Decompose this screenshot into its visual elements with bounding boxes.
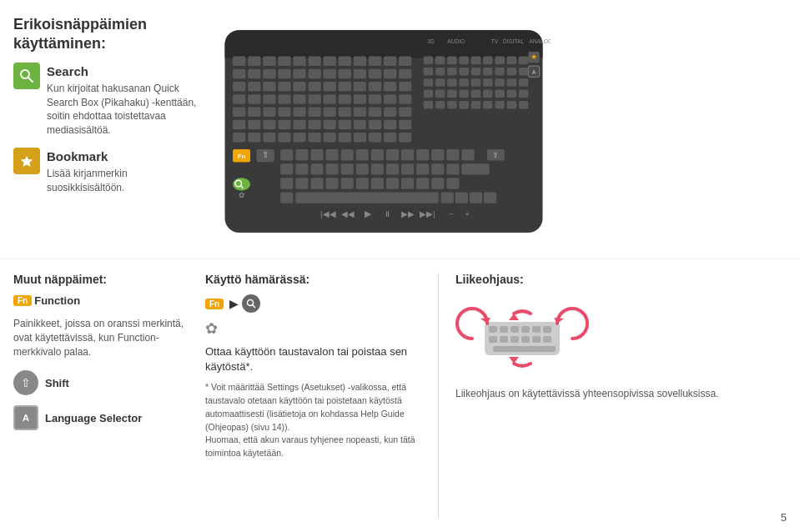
svg-rect-94 xyxy=(519,68,528,76)
svg-text:⇧: ⇧ xyxy=(492,151,499,159)
svg-rect-84 xyxy=(507,57,516,65)
svg-rect-218 xyxy=(543,326,551,333)
svg-rect-40 xyxy=(371,163,384,174)
svg-rect-140 xyxy=(263,69,275,78)
bookmark-icon-box xyxy=(13,148,40,174)
svg-rect-213 xyxy=(489,326,497,333)
svg-rect-181 xyxy=(339,108,351,117)
svg-rect-146 xyxy=(354,69,366,78)
svg-rect-175 xyxy=(248,108,260,117)
svg-rect-35 xyxy=(295,163,308,174)
sun-icon-row: ✿ xyxy=(205,319,425,338)
svg-rect-117 xyxy=(471,101,481,109)
svg-rect-177 xyxy=(278,108,290,117)
svg-rect-216 xyxy=(521,326,530,333)
svg-rect-183 xyxy=(369,108,381,117)
svg-marker-228 xyxy=(509,314,519,320)
svg-rect-78 xyxy=(435,57,445,65)
svg-rect-82 xyxy=(483,57,492,65)
svg-rect-133 xyxy=(339,57,351,66)
svg-rect-195 xyxy=(369,120,381,129)
svg-rect-37 xyxy=(325,163,338,174)
svg-rect-36 xyxy=(310,163,323,174)
svg-text:A: A xyxy=(532,69,536,75)
svg-rect-194 xyxy=(354,120,366,129)
motion-arrows-svg xyxy=(455,297,589,376)
svg-rect-112 xyxy=(519,90,528,98)
svg-rect-106 xyxy=(447,90,456,98)
function-desc: Painikkeet, joissa on oranssi merkintä, … xyxy=(13,317,192,359)
svg-line-211 xyxy=(253,305,255,308)
svg-rect-142 xyxy=(293,69,305,78)
svg-rect-87 xyxy=(435,68,445,76)
svg-text:AUDIO: AUDIO xyxy=(447,38,465,44)
svg-rect-59 xyxy=(295,192,438,203)
svg-rect-137 xyxy=(399,57,411,66)
svg-rect-39 xyxy=(356,163,369,174)
svg-rect-168 xyxy=(324,94,336,103)
svg-rect-154 xyxy=(293,82,305,91)
svg-rect-95 xyxy=(424,78,433,87)
svg-rect-131 xyxy=(309,57,321,66)
svg-text:ANALOG: ANALOG xyxy=(529,38,551,44)
svg-rect-53 xyxy=(371,178,384,188)
bookmark-label: Bookmark xyxy=(47,148,204,165)
svg-rect-186 xyxy=(233,120,245,129)
svg-rect-139 xyxy=(248,69,260,78)
svg-rect-113 xyxy=(424,101,433,109)
svg-rect-130 xyxy=(293,57,305,66)
svg-rect-85 xyxy=(519,57,528,65)
svg-rect-90 xyxy=(471,68,481,76)
svg-rect-157 xyxy=(339,82,351,91)
svg-rect-91 xyxy=(483,68,492,76)
svg-rect-191 xyxy=(309,120,321,129)
svg-rect-64 xyxy=(484,192,496,203)
svg-rect-31 xyxy=(461,149,474,160)
svg-rect-58 xyxy=(446,178,459,188)
svg-rect-197 xyxy=(399,120,411,129)
svg-rect-141 xyxy=(278,69,290,78)
svg-text:TV: TV xyxy=(491,38,499,44)
sun-icon: ✿ xyxy=(205,320,218,337)
svg-rect-128 xyxy=(263,57,275,66)
left-column: Erikoisnäppäimien käyttäminen: Search Ku… xyxy=(0,0,217,220)
svg-rect-174 xyxy=(233,108,245,117)
svg-rect-111 xyxy=(507,90,516,98)
svg-rect-49 xyxy=(310,178,323,188)
svg-rect-163 xyxy=(248,94,260,103)
bottom-right-panel: Liikeohjaus: xyxy=(439,273,787,519)
svg-rect-202 xyxy=(293,133,305,142)
svg-rect-143 xyxy=(309,69,321,78)
svg-rect-155 xyxy=(309,82,321,91)
svg-rect-164 xyxy=(263,94,275,103)
svg-rect-134 xyxy=(354,57,366,66)
svg-rect-182 xyxy=(354,108,366,117)
remote-keyboard-area: 3D AUDIO TV DIGITAL ANALOG ★ A Fn ⇧ xyxy=(209,0,559,267)
svg-text:|◀◀: |◀◀ xyxy=(320,209,335,218)
svg-rect-207 xyxy=(369,133,381,142)
svg-text:⇧: ⇧ xyxy=(262,150,269,159)
search-section: Search Kun kirjoitat hakusanan Quick Sea… xyxy=(13,63,204,138)
svg-rect-98 xyxy=(459,78,468,87)
svg-rect-208 xyxy=(384,133,396,142)
svg-rect-77 xyxy=(424,57,433,65)
svg-rect-42 xyxy=(401,163,414,174)
svg-rect-62 xyxy=(455,192,468,203)
svg-line-1 xyxy=(28,78,33,82)
svg-rect-184 xyxy=(384,108,396,117)
shift-name: Shift xyxy=(45,377,69,389)
svg-rect-46 xyxy=(461,163,489,174)
svg-rect-126 xyxy=(233,57,245,66)
svg-rect-224 xyxy=(543,336,551,343)
svg-rect-29 xyxy=(431,149,444,160)
svg-rect-100 xyxy=(483,78,492,87)
svg-rect-54 xyxy=(386,178,399,188)
svg-rect-27 xyxy=(401,149,414,160)
svg-rect-86 xyxy=(424,68,433,76)
svg-rect-206 xyxy=(354,133,366,142)
svg-rect-52 xyxy=(356,178,369,188)
svg-rect-63 xyxy=(470,192,482,203)
language-selector-icon: A xyxy=(13,405,38,430)
svg-rect-115 xyxy=(447,101,456,109)
svg-rect-188 xyxy=(263,120,275,129)
